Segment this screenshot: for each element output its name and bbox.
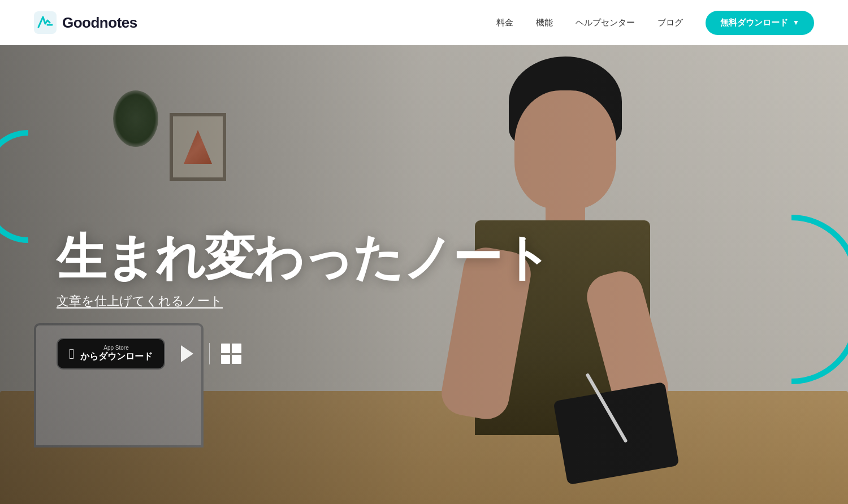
nav-features[interactable]: 機能	[536, 18, 553, 28]
google-play-icon[interactable]	[176, 343, 198, 364]
chevron-down-icon: ▼	[793, 19, 799, 27]
windows-sq-3	[221, 355, 231, 364]
nav-pricing[interactable]: 料金	[496, 18, 513, 28]
windows-sq-1	[221, 344, 231, 353]
appstore-large-text: からダウンロード	[80, 351, 153, 363]
download-button-label: 無料ダウンロード	[720, 18, 788, 28]
nav-help[interactable]: ヘルプセンター	[576, 18, 635, 28]
appstore-text: App Store からダウンロード	[80, 345, 153, 363]
hero-content: 生まれ変わったノート 文章を仕上げてくれるノート  App Store からダ…	[57, 232, 551, 370]
nav-blog[interactable]: ブログ	[657, 18, 683, 28]
apple-icon: 	[69, 345, 75, 363]
main-nav: 料金 機能 ヘルプセンター ブログ 無料ダウンロード ▼	[496, 11, 814, 35]
store-divider	[209, 343, 210, 364]
hero-section: 生まれ変わったノート 文章を仕上げてくれるノート  App Store からダ…	[0, 45, 848, 504]
header: Goodnotes 料金 機能 ヘルプセンター ブログ 無料ダウンロード ▼	[0, 0, 848, 45]
appstore-button[interactable]:  App Store からダウンロード	[57, 338, 165, 370]
download-button[interactable]: 無料ダウンロード ▼	[706, 11, 814, 35]
appstore-small-text: App Store	[80, 345, 153, 351]
svg-marker-1	[181, 345, 193, 362]
hero-title: 生まれ変わったノート	[57, 232, 551, 284]
deco-left-arc	[0, 130, 28, 243]
store-buttons:  App Store からダウンロード	[57, 338, 551, 370]
windows-sq-2	[232, 344, 241, 353]
deco-right-arc	[791, 215, 848, 384]
windows-sq-4	[232, 355, 241, 364]
windows-store-icon[interactable]	[221, 344, 241, 364]
goodnotes-logo-icon	[34, 11, 57, 34]
logo-text: Goodnotes	[62, 14, 137, 32]
logo-area[interactable]: Goodnotes	[34, 11, 137, 34]
hero-subtitle-link[interactable]: 文章を仕上げてくれるノート	[57, 293, 223, 310]
